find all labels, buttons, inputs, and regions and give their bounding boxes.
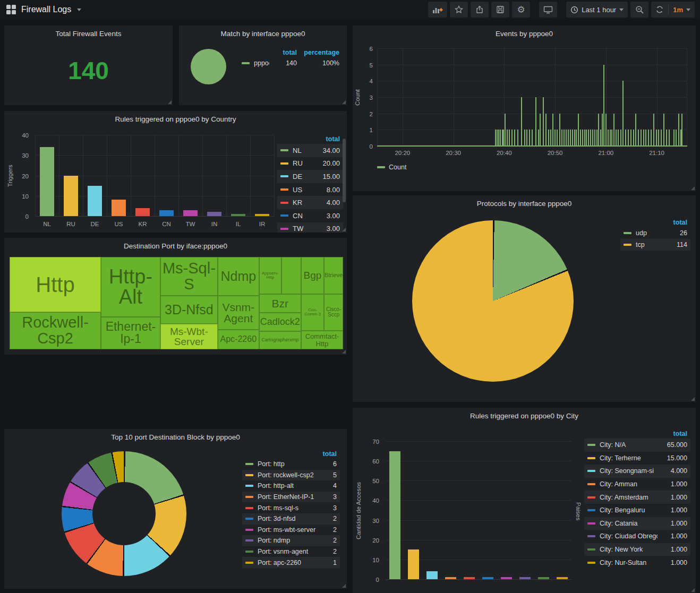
bar[interactable] [464,577,475,579]
interface-pie-chart[interactable] [191,49,226,84]
treemap-cell[interactable]: Ccu-Comm-3 [301,294,324,331]
panel-resize-handle[interactable] [168,100,172,104]
panel-resize-handle[interactable] [342,228,346,231]
share-button[interactable] [471,2,489,18]
zoom-out-button[interactable] [630,2,648,18]
city-plot[interactable] [386,442,571,580]
treemap-cell[interactable]: 3D-Nfsd [160,296,218,324]
legend-label[interactable]: US [293,186,312,194]
legend-column-header[interactable]: total [269,49,297,56]
bar[interactable] [519,577,531,579]
bar[interactable] [40,147,55,216]
series-legend[interactable]: Count [377,164,406,171]
treemap-cell[interactable]: Ethernet-Ip-1 [101,317,160,349]
treemap-cell[interactable]: Commtact-Http [301,331,343,349]
tv-mode-button[interactable] [539,2,557,18]
panel-resize-handle[interactable] [342,350,346,354]
legend-label[interactable]: City: Amsterdam [600,494,658,501]
bar[interactable] [445,577,457,579]
legend-column-header[interactable]: percentage [297,49,339,56]
legend-row[interactable]: Port: vsnm-agent2 [242,546,340,557]
legend-scrollbar[interactable] [343,139,346,202]
legend-row[interactable]: City: Amsterdam1.000 [584,491,690,504]
legend-label[interactable]: City: N/A [600,441,658,449]
events-plot[interactable] [377,49,687,147]
legend-row[interactable]: TW3.00 [277,222,343,233]
legend-label[interactable]: Port: http-alt [258,482,318,489]
panel-resize-handle[interactable] [691,186,695,190]
panel-resize-handle[interactable] [342,100,346,104]
dashboard-title[interactable]: Firewall Logs [21,5,71,14]
bar[interactable] [231,214,246,216]
legend-row[interactable]: Port: rockwell-csp25 [242,470,340,481]
legend-label[interactable]: KR [293,199,312,207]
star-button[interactable] [450,2,468,18]
legend-row[interactable]: City: Nur-Sultan1.000 [584,556,690,569]
legend-label[interactable]: Port: ndmp [258,537,318,544]
bar[interactable] [64,176,79,217]
save-button[interactable] [491,2,509,18]
treemap-cell[interactable]: Ndmp [218,257,259,296]
panel-resize-handle[interactable] [691,588,695,592]
legend-column-header[interactable]: total [658,430,687,437]
legend-label[interactable]: Port: rockwell-csp2 [258,471,318,479]
legend-label[interactable]: City: Terherne [600,454,658,462]
bar[interactable] [482,577,494,579]
bar[interactable] [159,210,174,216]
dashboard-grid-icon[interactable] [6,5,16,14]
legend-column-header[interactable]: total [663,219,687,226]
bar[interactable] [183,210,198,216]
legend-row[interactable]: City: Ciudad Obregón1.000 [584,530,690,543]
bar[interactable] [112,200,126,216]
legend-row[interactable]: Port: ms-wbt-server2 [242,525,340,536]
legend-row[interactable]: pppoe0140100% [238,57,343,69]
legend-row[interactable]: DE15.00 [277,170,343,183]
legend-row[interactable]: Port: apc-22601 [242,557,340,568]
refresh-picker[interactable]: 1m [651,2,695,18]
bar[interactable] [557,577,568,579]
panel-title[interactable]: Match by interface pppoe0 [179,30,347,38]
bar[interactable] [408,549,420,579]
country-plot[interactable] [35,135,274,217]
treemap-cell[interactable]: Ms-Sql-S [160,257,218,296]
legend-label[interactable]: City: Bengaluru [600,506,658,514]
bar[interactable] [88,186,103,216]
legend-row[interactable]: US8.00 [277,183,343,196]
legend-row[interactable]: RU20.00 [277,157,343,170]
time-range-picker[interactable]: Last 1 hour [566,2,628,18]
legend-label[interactable]: Port: EtherNet-IP-1 [258,493,318,501]
legend-row[interactable]: City: Catania1.000 [584,517,690,530]
treemap-cell[interactable]: Btrieve [324,257,343,294]
legend-label[interactable]: City: Catania [600,520,658,527]
legend-label[interactable]: City: Nur-Sultan [600,559,658,566]
treemap-cell[interactable]: Rockwell-Csp2 [10,312,101,349]
bar[interactable] [207,212,222,216]
treemap-cell[interactable]: Bgp [301,257,324,294]
legend-label[interactable]: TW [293,225,312,233]
legend-label[interactable]: Port: apc-2260 [258,559,318,566]
legend-label[interactable]: tcp [636,241,663,248]
legend-row[interactable]: City: N/A65.000 [584,439,690,452]
settings-button[interactable]: ⚙ [512,2,530,18]
legend-label[interactable]: pppoe0 [254,59,269,67]
legend-row[interactable]: Port: EtherNet-IP-13 [242,492,340,503]
legend-row[interactable]: KR4.00 [277,196,343,209]
panel-title[interactable]: Top 10 port Destination Block by pppoe0 [4,433,347,441]
treemap-cell[interactable]: Bzr [259,294,301,313]
treemap-cell[interactable]: Cartographerxmp [259,331,301,349]
panel-resize-handle[interactable] [691,397,695,401]
legend-row[interactable]: udp26 [620,227,690,239]
treemap-cell[interactable]: Vsnm-Agent [218,296,259,330]
legend-label[interactable]: City: Amman [600,480,658,488]
legend-row[interactable]: Port: 3d-nfsd2 [242,513,340,525]
legend-label[interactable]: Port: 3d-nfsd [258,515,318,522]
legend-column-header[interactable]: total [312,135,340,143]
bar[interactable] [135,208,150,216]
protocols-pie-chart[interactable] [412,220,574,382]
treemap-cell[interactable]: Http-Alt [101,257,160,317]
bar[interactable] [255,214,270,216]
legend-row[interactable]: CN3.00 [277,209,343,222]
treemap-cell[interactable]: Apc-2260 [218,330,259,349]
treemap-cell[interactable]: Cadlock2 [259,313,301,331]
legend-label[interactable]: DE [293,173,312,181]
